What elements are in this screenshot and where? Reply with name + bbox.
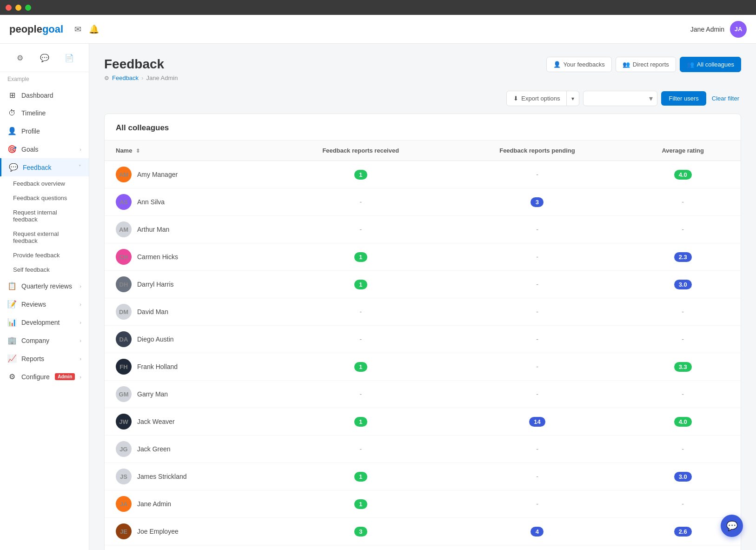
sidebar-subitem-request-external[interactable]: Request external feedback <box>0 227 89 248</box>
sidebar-icon-settings[interactable]: ⚙ <box>12 49 28 66</box>
table-row[interactable]: DADiego Austin--- <box>105 326 741 353</box>
export-dropdown-icon: ▾ <box>571 95 574 102</box>
filter-users-button[interactable]: Filter users <box>661 91 706 106</box>
configure-chevron: › <box>80 374 81 380</box>
rating-cell: 4.0 <box>625 408 741 436</box>
export-dropdown-button[interactable]: ▾ <box>567 92 579 106</box>
sidebar-icon-doc[interactable]: 📄 <box>61 49 78 66</box>
sidebar-item-development[interactable]: 📊 Development › <box>0 313 89 331</box>
breadcrumb: ⚙ Feedback › Jane Admin <box>104 74 178 81</box>
sidebar-item-feedback[interactable]: 💬 Feedback ˅ <box>0 158 89 176</box>
table-row[interactable]: CHCarmen Hicks1-2.3 <box>105 243 741 271</box>
sidebar-subitem-request-internal[interactable]: Request internal feedback <box>0 205 89 227</box>
rating-dash: - <box>682 390 684 398</box>
table-row[interactable]: AMAmy Manager1-4.0 <box>105 161 741 188</box>
breadcrumb-separator: › <box>141 74 143 81</box>
clear-filter-button[interactable]: Clear filter <box>710 91 741 106</box>
sidebar-item-timeline[interactable]: ⏱ Timeline <box>0 104 89 122</box>
sidebar-subitem-feedback-questions[interactable]: Feedback questions <box>0 191 89 205</box>
rating-badge: 4.0 <box>674 170 692 180</box>
pending-dash: - <box>536 281 538 288</box>
traffic-light-yellow[interactable] <box>15 5 21 11</box>
received-cell: 1 <box>272 490 450 518</box>
sidebar-subitem-self-feedback[interactable]: Self feedback <box>0 262 89 277</box>
sidebar-item-goals[interactable]: 🎯 Goals › <box>0 140 89 158</box>
chat-button[interactable]: 💬 <box>721 515 743 537</box>
company-icon: 🏢 <box>7 336 17 345</box>
table-row[interactable]: GMGarry Man--- <box>105 381 741 408</box>
row-name: Jane Admin <box>137 500 171 508</box>
feedback-chevron: ˅ <box>79 164 81 170</box>
direct-reports-tab[interactable]: 👥 Direct reports <box>616 57 676 72</box>
row-avatar: DH <box>116 276 132 292</box>
name-sort-icon[interactable]: ⇕ <box>136 148 140 154</box>
user-avatar[interactable]: JA <box>730 21 747 38</box>
name-cell: GMGarry Man <box>105 381 272 408</box>
export-options-button[interactable]: ⬇ Export options <box>507 91 567 106</box>
sidebar-icon-chat[interactable]: 💬 <box>36 49 53 66</box>
traffic-light-green[interactable] <box>25 5 31 11</box>
table-row[interactable]: AMArthur Man--- <box>105 216 741 243</box>
content-area: Feedback ⚙ Feedback › Jane Admin 👤 Your … <box>89 44 756 550</box>
mail-icon[interactable]: ✉ <box>74 24 81 34</box>
row-name: Darryl Harris <box>137 281 174 288</box>
sidebar-subitem-feedback-overview[interactable]: Feedback overview <box>0 176 89 191</box>
sidebar-item-label-configure: Configure <box>21 373 50 381</box>
traffic-light-red[interactable] <box>6 5 12 11</box>
table-row[interactable]: JWJack Weaver1144.0 <box>105 408 741 436</box>
sidebar-item-label-development: Development <box>21 319 75 326</box>
table-row[interactable]: JGJack Green--- <box>105 436 741 463</box>
filter-users-select[interactable] <box>583 91 657 106</box>
col-rating-label: Average rating <box>662 147 704 154</box>
sidebar-item-dashboard[interactable]: ⊞ Dashboard <box>0 86 89 104</box>
pending-cell: 14 <box>450 408 625 436</box>
row-avatar: FH <box>116 359 132 375</box>
col-header-name[interactable]: Name ⇕ <box>105 141 272 161</box>
received-badge: 1 <box>354 499 367 509</box>
table-row[interactable]: JAJohn Anderson--- <box>105 545 741 550</box>
bell-icon[interactable]: 🔔 <box>89 24 99 34</box>
logo[interactable]: peoplegoal <box>9 23 63 35</box>
received-cell: 1 <box>272 408 450 436</box>
received-cell: - <box>272 216 450 243</box>
table-row[interactable]: DMDavid Man--- <box>105 298 741 326</box>
your-feedbacks-tab[interactable]: 👤 Your feedbacks <box>546 57 612 72</box>
rating-cell: 3.0 <box>625 463 741 490</box>
col-received-label: Feedback reports received <box>322 147 399 154</box>
all-colleagues-tab[interactable]: 👥 All colleagues <box>680 57 741 72</box>
table-row[interactable]: FHFrank Holland1-3.3 <box>105 353 741 381</box>
rating-cell: 3.3 <box>625 353 741 381</box>
row-name: Garry Man <box>137 390 168 398</box>
pending-dash: - <box>536 390 538 398</box>
sidebar-subitem-provide-feedback[interactable]: Provide feedback <box>0 248 89 262</box>
sidebar-item-quarterly-reviews[interactable]: 📋 Quarterly reviews › <box>0 277 89 295</box>
window-chrome <box>0 0 756 15</box>
admin-badge: Admin <box>55 373 75 380</box>
sidebar-item-profile[interactable]: 👤 Profile <box>0 122 89 140</box>
rating-dash: - <box>682 445 684 453</box>
rating-cell: - <box>625 188 741 216</box>
name-cell: DHDarryl Harris <box>105 271 272 298</box>
sidebar-item-label-company: Company <box>21 337 75 344</box>
sidebar-item-reviews[interactable]: 📝 Reviews › <box>0 295 89 313</box>
received-cell: 1 <box>272 243 450 271</box>
table-row[interactable]: JSJames Strickland1-3.0 <box>105 463 741 490</box>
sidebar-item-configure[interactable]: ⚙ Configure Admin › <box>0 368 89 386</box>
reviews-chevron: › <box>80 302 81 307</box>
received-badge: 1 <box>354 280 367 289</box>
toolbar: ⬇ Export options ▾ Filter users Clear fi… <box>104 91 741 106</box>
table-row[interactable]: DHDarryl Harris1-3.0 <box>105 271 741 298</box>
row-avatar: CH <box>116 249 132 265</box>
rating-dash: - <box>682 500 684 508</box>
table-section: All colleagues Name ⇕ Feedback reports r… <box>104 114 741 550</box>
col-header-received: Feedback reports received <box>272 141 450 161</box>
sidebar-item-company[interactable]: 🏢 Company › <box>0 331 89 349</box>
table-row[interactable]: ASAnn Silva-3- <box>105 188 741 216</box>
table-row[interactable]: JEJoe Employee342.6 <box>105 518 741 545</box>
table-row[interactable]: JAJane Admin1-- <box>105 490 741 518</box>
sidebar-item-reports[interactable]: 📈 Reports › <box>0 349 89 368</box>
row-name: David Man <box>137 308 168 315</box>
breadcrumb-feedback-link[interactable]: Feedback <box>112 74 139 81</box>
row-avatar: JS <box>116 469 132 484</box>
development-chevron: › <box>80 320 81 325</box>
